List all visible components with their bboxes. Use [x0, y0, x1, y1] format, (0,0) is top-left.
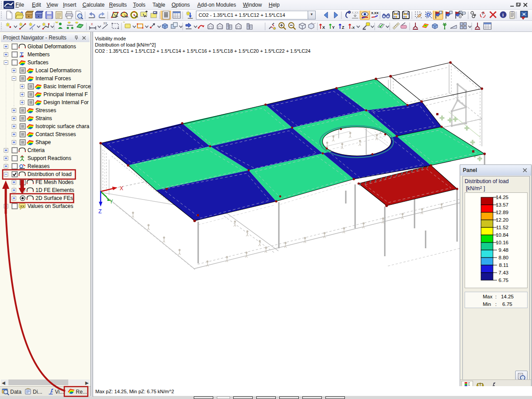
svg-text:Contact Stresses: Contact Stresses: [35, 131, 76, 137]
svg-text:Basic Internal Force: Basic Internal Force: [43, 83, 90, 90]
svg-text:Members: Members: [27, 51, 50, 58]
svg-text:10.84: 10.84: [496, 232, 509, 238]
svg-text:I: I: [32, 27, 33, 31]
svg-text:9.48: 9.48: [499, 247, 509, 253]
svg-text:13.57: 13.57: [496, 202, 509, 207]
svg-text:Design Internal For: Design Internal For: [43, 99, 89, 106]
svg-text:Internal Forces: Internal Forces: [35, 75, 71, 82]
svg-text:Local Deformations: Local Deformations: [35, 67, 81, 74]
svg-text:11.52: 11.52: [496, 225, 509, 230]
svg-text:6.75: 6.75: [499, 278, 509, 283]
svg-text:Strains: Strains: [35, 115, 52, 121]
svg-text:Criteria: Criteria: [27, 147, 45, 153]
svg-text:Global Deformations: Global Deformations: [27, 43, 76, 50]
svg-text:7.43: 7.43: [499, 270, 509, 275]
svg-text:10.16: 10.16: [496, 240, 509, 245]
svg-text:12.20: 12.20: [496, 217, 509, 223]
svg-text:FE Mesh Nodes: FE Mesh Nodes: [35, 179, 74, 185]
svg-text:Distribution of load: Distribution of load: [27, 171, 71, 177]
svg-text:Values on Surfaces: Values on Surfaces: [27, 203, 73, 209]
svg-text:14.25: 14.25: [496, 195, 509, 200]
svg-text:Surfaces: Surfaces: [27, 59, 48, 66]
svg-text:1D FE Elements: 1D FE Elements: [35, 187, 74, 193]
svg-text:12.89: 12.89: [496, 210, 509, 215]
svg-text:2D Surface FEs: 2D Surface FEs: [35, 195, 73, 201]
svg-text:Releases: Releases: [27, 163, 50, 169]
svg-text:8.80: 8.80: [499, 255, 509, 260]
svg-text:Stresses: Stresses: [35, 107, 56, 113]
svg-text:Principal Internal F: Principal Internal F: [43, 91, 88, 98]
svg-text:Support Reactions: Support Reactions: [27, 155, 71, 161]
svg-text:Isotropic surface chara: Isotropic surface chara: [35, 123, 90, 129]
svg-text:8.11: 8.11: [499, 262, 509, 268]
svg-text:Shape: Shape: [35, 139, 51, 145]
